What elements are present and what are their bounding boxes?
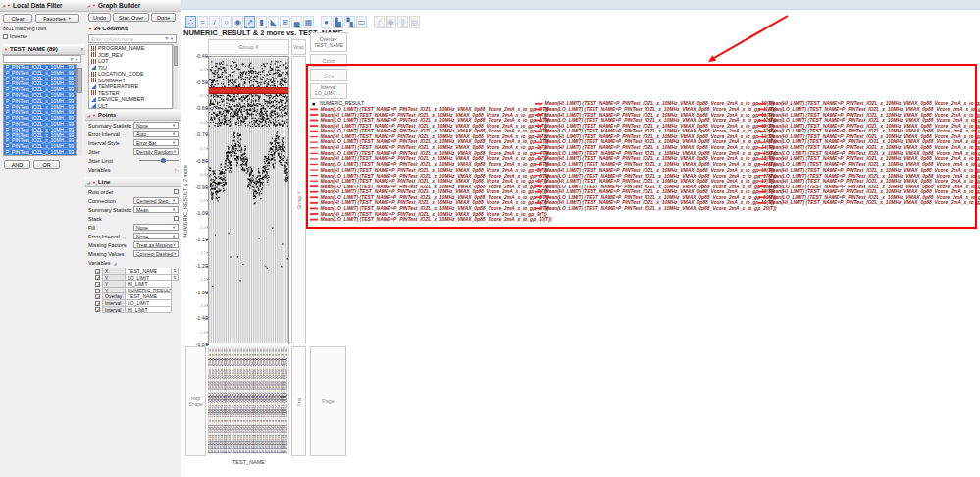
y-axis-title[interactable]: NUMERIC_RESULT & 2 more — [181, 118, 189, 285]
x-axis-title[interactable]: TEST_NAME — [208, 459, 289, 465]
disclosure-triangle-icon[interactable]: ▼ — [92, 3, 96, 8]
scrollbar-thumb[interactable] — [77, 68, 82, 93]
variables-table-row[interactable]: ✓YLO_LIMIT⇅ — [93, 275, 179, 282]
line-missing-factors-select[interactable]: Treat as Missing▼ — [133, 241, 179, 248]
box-plot-icon[interactable]: ⊞ — [280, 16, 290, 28]
variables-checkbox[interactable]: ✓ — [95, 301, 100, 306]
variables-name-cell[interactable]: LO_LIMIT — [126, 275, 172, 282]
filter-list-item[interactable]: P_PINTest_IOZL_x_10MH...99 — [4, 150, 76, 156]
variables-table-row[interactable]: ✓OverlayTEST_NAME — [93, 293, 179, 300]
variables-name-cell[interactable]: TEST_NAME — [126, 268, 172, 275]
clear-button[interactable]: Clear — [3, 14, 32, 23]
x-axis-tick-labels[interactable]: P_PINTest_IOZL_x_10MHz_VMAX_0p88_Vcore_2… — [208, 346, 289, 454]
line-missing-values-select[interactable]: Connect Dashed▼ — [133, 250, 179, 257]
filter-column-header[interactable]: ▼ TEST_NAME (89) ✕ — [2, 44, 86, 55]
variables-name-cell[interactable]: HI_LIMIT — [126, 281, 172, 288]
variables-name-cell[interactable]: LO_LIMIT — [126, 300, 172, 307]
variables-table-row[interactable]: ✓IntervalHI_LIMIT — [93, 307, 179, 314]
interval-zone[interactable]: Interval: LO_LIMIT, ... — [310, 83, 347, 99]
ellipse-icon[interactable]: ○ — [221, 16, 232, 28]
disclosure-triangle-icon[interactable]: ▼ — [7, 3, 11, 8]
group-x-zone[interactable]: Group X — [208, 39, 289, 55]
filter-search-input[interactable]: ▼ — [3, 55, 81, 63]
group-y-zone[interactable]: Group Y — [291, 56, 306, 344]
mosaic-icon[interactable]: ▚ — [344, 16, 355, 28]
disclosure-triangle-icon[interactable]: ▼ — [88, 26, 92, 31]
variables-table-row[interactable]: ✓XTEST_NAME⇅ — [93, 268, 179, 275]
color-zone[interactable]: Color — [310, 54, 347, 67]
inverse-checkbox[interactable] — [3, 34, 8, 39]
close-icon[interactable]: ✕ — [80, 46, 84, 52]
map-shape-zone[interactable]: Map Shape — [185, 346, 206, 456]
chevron-down-icon[interactable]: ▼ — [75, 57, 78, 62]
disclosure-closed-icon[interactable]: ▷ — [175, 167, 179, 173]
variables-checkbox[interactable]: ✓ — [95, 294, 100, 299]
points-error-interval-select[interactable]: Auto▼ — [133, 131, 179, 137]
line-connection-select[interactable]: Centered Step▼ — [133, 197, 179, 204]
variables-table-row[interactable]: ✓YHI_LIMIT — [93, 281, 179, 288]
bar-icon[interactable]: ▮ — [256, 16, 267, 28]
inverse-checkbox-row[interactable]: Inverse — [3, 33, 27, 39]
filter-list-scrollbar[interactable] — [77, 64, 82, 156]
variables-checkbox[interactable]: ✓ — [95, 275, 100, 280]
area-icon[interactable]: ◣ — [268, 16, 279, 28]
page-zone[interactable]: Page — [310, 346, 346, 456]
freq-zone[interactable]: Freq — [291, 346, 306, 456]
disclosure-triangle-icon[interactable]: ▼ — [92, 180, 96, 185]
line-variables-row[interactable]: Variables ◢ — [88, 260, 117, 266]
columns-section-header[interactable]: ▼ 24 Columns — [88, 26, 128, 31]
overlay-zone[interactable]: Overlay: TEST_NAME — [310, 32, 347, 52]
wrap-zone[interactable]: Wrap — [291, 39, 306, 55]
variables-name-cell[interactable]: NUMERIC_RESULT — [126, 288, 172, 294]
column-list-scrollbar[interactable] — [173, 44, 178, 109]
points-section-header[interactable]: ◢ ▼ Points — [85, 110, 185, 121]
funnel-icon[interactable] — [165, 37, 169, 40]
variables-name-cell[interactable]: HI_LIMIT — [126, 307, 172, 314]
y-axis-ticks[interactable]: -0.40-0.50-0.60-0.70-0.80-0.90-1.00-1.10… — [189, 56, 208, 344]
variables-table-row[interactable]: YNUMERIC_RESULT — [93, 288, 179, 294]
line-summary-statistic-select[interactable]: Mean▼ — [133, 206, 179, 213]
plot-area[interactable] — [208, 56, 289, 344]
local-data-filter-header[interactable]: ◢ ▼ Local Data Filter — [0, 0, 85, 12]
disclosure-triangle-icon[interactable]: ▼ — [4, 47, 8, 52]
line-stack-checkbox[interactable] — [174, 216, 179, 221]
filter-level-list[interactable]: P_PINTest_IOZL_x_10MH...99P_PINTest_IOZL… — [3, 64, 77, 156]
line-row-order-checkbox[interactable] — [174, 189, 179, 194]
points-icon[interactable]: ∴ — [185, 16, 196, 28]
legend-item[interactable]: Mean(HI_LIMIT) (TEST_NAME=P_PINTest_IOZL… — [758, 200, 980, 206]
done-button[interactable]: Done — [151, 13, 176, 22]
size-zone[interactable]: Size — [310, 69, 347, 81]
variables-checkbox[interactable]: ✓ — [95, 282, 100, 287]
favorites-button[interactable]: Favorites ▼ — [35, 14, 79, 23]
line-section-header[interactable]: ◢ ▼ Line — [85, 177, 185, 187]
points-summary-statistic-select[interactable]: None▼ — [133, 122, 179, 129]
or-button[interactable]: OR — [33, 160, 60, 169]
line-fill-select[interactable]: None▼ — [133, 224, 179, 231]
pie-icon[interactable]: ● — [321, 16, 332, 28]
variables-name-cell[interactable]: TEST_NAME — [126, 293, 172, 300]
caption-box-icon[interactable]: ▭ — [356, 16, 367, 28]
start-over-button[interactable]: Start Over — [113, 13, 149, 22]
variables-checkbox[interactable]: ✓ — [95, 269, 100, 274]
points-jitter-limit-slider[interactable] — [139, 157, 179, 164]
heatmap-icon[interactable]: ▦ — [303, 16, 314, 28]
and-button[interactable]: AND — [4, 160, 30, 169]
points-jitter-select[interactable]: Density Random▼ — [133, 148, 179, 155]
line-error-interval-select[interactable]: None▼ — [133, 233, 179, 239]
disclosure-open-icon[interactable]: ◢ — [114, 261, 117, 266]
points-interval-style-select[interactable]: Error Bar▼ — [133, 139, 179, 146]
legend-item[interactable]: Mean(LO_LIMIT) (TEST_NAME=P_PINTest_IOZL… — [310, 217, 532, 223]
scatter-canvas[interactable] — [209, 57, 288, 344]
variables-table-row[interactable]: ✓IntervalLO_LIMIT — [93, 300, 179, 307]
undo-button[interactable]: Undo — [88, 13, 111, 22]
variables-checkbox[interactable] — [95, 289, 100, 293]
column-search-input[interactable]: Enter column name ▼ — [88, 34, 177, 43]
spinner-icon[interactable]: ⇅ — [172, 275, 179, 282]
line-of-fit-icon[interactable]: / — [209, 16, 220, 28]
chevron-down-icon[interactable]: ▼ — [170, 36, 174, 41]
disclosure-triangle-icon[interactable]: ▼ — [92, 113, 96, 118]
line-icon[interactable]: ↗ — [244, 16, 255, 28]
variables-checkbox[interactable]: ✓ — [95, 307, 100, 312]
slider-thumb[interactable] — [161, 158, 166, 163]
graph-builder-header[interactable]: ◢ ▼ Graph Builder — [85, 0, 181, 12]
